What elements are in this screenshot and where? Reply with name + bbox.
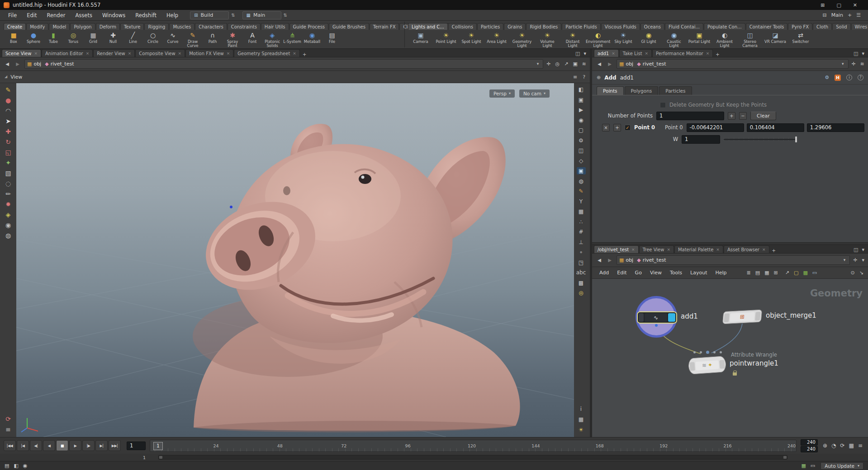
menu-item[interactable]: Edit [22,11,41,20]
vertex-display-icon[interactable]: ∘ [577,249,586,256]
scale-icon[interactable]: ◱ [5,149,11,155]
shelf-tab[interactable]: Create [4,23,26,30]
pane-tab[interactable]: Animation Editor [42,49,93,57]
shelf-tab[interactable]: Populate Con... [704,23,745,30]
view-menu[interactable]: View [10,74,22,80]
points-display-icon[interactable]: ∴ [577,218,586,226]
pane-tab[interactable]: Material Palette [674,245,723,253]
tool-draw-curve[interactable]: ✎ Draw Curve [183,30,203,48]
shelf-tab[interactable]: Pyro FX [788,23,812,30]
input-connector[interactable] [713,351,716,353]
tool-environment-light[interactable]: ◐ Environment Light [585,30,611,48]
close-icon[interactable]: ✕ [853,3,857,8]
grid-view-icon[interactable]: ▦ [764,270,769,275]
path-context-chip[interactable]: ▦obj [619,257,633,263]
back-icon[interactable]: ◀ [596,258,603,263]
shelf-tab[interactable]: Guide Process [289,23,328,30]
tab-close-icon[interactable] [631,247,635,252]
snap-icon[interactable]: ◈ [6,212,11,218]
list-view-icon[interactable]: ▤ [755,270,760,275]
pin-icon[interactable]: ✛ [852,61,856,66]
path-dropdown-icon[interactable]: ▾ [840,62,846,66]
pane-tab[interactable]: /obj/rivet_test [594,245,639,253]
tool-gi-light[interactable]: ◉ GI Light [636,30,661,44]
render-region-icon[interactable]: ▢ [577,127,586,134]
paint-icon[interactable]: ✹ [5,201,11,207]
tool-circle[interactable]: ○ Circle [143,30,163,44]
param-folder-tab[interactable]: Particles [659,86,692,95]
tool-switcher[interactable]: ⇄ Switcher [788,30,813,44]
y-up-icon[interactable]: Y [577,198,586,205]
tool-line[interactable]: ╱ Line [123,30,143,44]
construction-plane-icon[interactable]: ▦ [577,208,586,215]
tool-sky-light[interactable]: ☀ Sky Light [611,30,636,44]
pane-tab[interactable]: Composite View [135,49,185,57]
param-folder-tab[interactable]: Polygons [625,86,659,95]
edit-display-icon[interactable]: ✎ [577,188,586,195]
pane-tab[interactable]: Motion FX View [185,49,233,57]
shelf-tab[interactable]: Guide Brushes [329,23,369,30]
play-reverse-button[interactable]: ◀ [43,440,55,451]
search-icon[interactable]: ⊙ [851,270,855,275]
info-icon[interactable]: i [846,75,852,80]
template-flag[interactable] [639,313,644,322]
pane-tab[interactable]: Scene View [2,49,41,57]
pane-menu-icon[interactable]: ▾ [583,51,586,56]
flipbook-icon[interactable]: ▶ [577,106,586,113]
input-connector[interactable] [706,351,709,354]
shelf-tab[interactable]: Texture [120,23,144,30]
tool-stereo-camera[interactable]: ◫ Stereo Camera [737,30,763,48]
shelf-tab[interactable]: Hair Utils [261,23,289,30]
timeline-zoom-icon[interactable]: ⊕ [823,443,827,448]
point0-value-field[interactable]: 1.29606 [807,123,864,132]
tool-spray-paint[interactable]: ✱ Spray Paint [223,30,242,48]
pane-tab[interactable]: Asset Browser [724,245,769,253]
help-icon[interactable]: ? [858,75,863,80]
tool-caustic-light[interactable]: ◉ Caustic Light [661,30,687,48]
node-object-merge1[interactable]: ⊞ [722,310,762,324]
delete-point0-button[interactable]: × [602,124,610,132]
display-flag[interactable] [755,311,761,320]
persp-view-selector[interactable]: Persp▾ [489,89,515,98]
jump-end-button[interactable]: ▶▶| [109,440,121,451]
tool-area-light[interactable]: ☀ Area Light [484,30,509,44]
tool-null[interactable]: ✚ Null [103,30,123,44]
back-icon[interactable]: ◀ [596,62,603,66]
viewer-options-icon[interactable]: ≡ [5,426,11,432]
added-point[interactable] [230,206,232,208]
shelf-tab[interactable]: Cloth [813,23,832,30]
camera-selector[interactable]: No cam▾ [519,89,550,98]
group-colors-icon[interactable]: ▩ [577,279,586,287]
menu-item[interactable]: Windows [98,11,130,20]
pane-split-icon[interactable]: ◫ [854,247,858,252]
display-flag[interactable] [719,360,725,369]
pane-help-icon[interactable]: ? [583,75,585,80]
gear-icon[interactable]: ⚙ [825,75,829,81]
tool-curve[interactable]: ∿ Curve [163,30,183,44]
network-color-icon[interactable]: ▩ [803,270,807,275]
tool-tube[interactable]: ▮ Tube [43,30,63,44]
tab-close-icon[interactable] [612,51,615,56]
shelf-tab[interactable]: Collisions [448,23,477,30]
tool-font[interactable]: A Font [242,30,262,44]
wireframe-icon[interactable]: ◳ [577,259,586,266]
pane-corner-icon[interactable]: ◢ [5,75,7,79]
tab-close-icon[interactable] [34,51,38,56]
pane-tab[interactable]: add1 [594,49,619,57]
link-icon[interactable]: ≋ [582,61,586,66]
next-keyframe-button[interactable]: ▶| [95,440,108,451]
timeline[interactable]: 24487296120144168192216240 1 [150,440,797,452]
add-point-button[interactable]: + [728,112,735,120]
realtime-toggle-icon[interactable]: ◔ [831,443,836,448]
shelf-tab[interactable]: Viscous Fluids [601,23,640,30]
path-dropdown-icon[interactable]: ▾ [535,62,541,66]
tool-spot-light[interactable]: ☀ Spot Light [459,30,484,44]
node-pointwrangle1[interactable]: ≋✦ [688,356,726,375]
shelf-tab[interactable]: Lights and C... [408,23,448,30]
tab-close-icon[interactable] [716,247,720,252]
select-icon[interactable]: ➤ [5,118,11,124]
tool-sphere[interactable]: ● Sphere [24,30,43,44]
new-pane-tab-icon[interactable]: + [301,52,308,57]
tool-vr-camera[interactable]: ◪ VR Camera [763,30,788,44]
template-flag[interactable] [689,362,695,371]
